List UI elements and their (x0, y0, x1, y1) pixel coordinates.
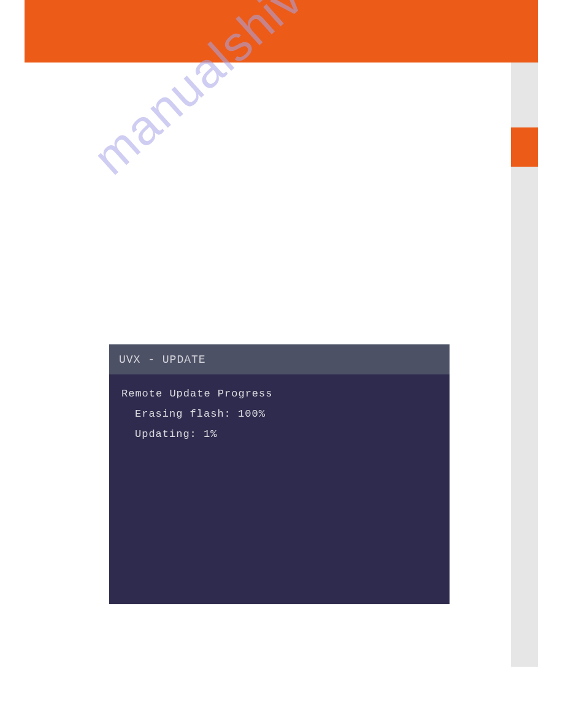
panel-body: Remote Update Progress Erasing flash: 10… (109, 374, 450, 462)
page-frame: UVX - UPDATE Remote Update Progress Eras… (25, 0, 538, 667)
erase-flash-label: Erasing flash: (135, 408, 231, 420)
updating-row: Updating: 1% (121, 428, 437, 440)
update-screenshot-panel: UVX - UPDATE Remote Update Progress Eras… (109, 344, 450, 604)
erase-flash-row: Erasing flash: 100% (121, 408, 437, 420)
panel-title: UVX - UPDATE (119, 354, 206, 366)
upper-blank-region (25, 63, 511, 344)
sidebar-accent-block (511, 127, 538, 167)
lower-blank-region (25, 604, 511, 667)
updating-value: 1% (204, 428, 217, 440)
header-bar (25, 0, 538, 63)
content-area: UVX - UPDATE Remote Update Progress Eras… (25, 63, 538, 667)
panel-titlebar: UVX - UPDATE (109, 344, 450, 374)
updating-label: Updating: (135, 428, 197, 440)
progress-heading: Remote Update Progress (121, 388, 437, 400)
erase-flash-value: 100% (238, 408, 266, 420)
